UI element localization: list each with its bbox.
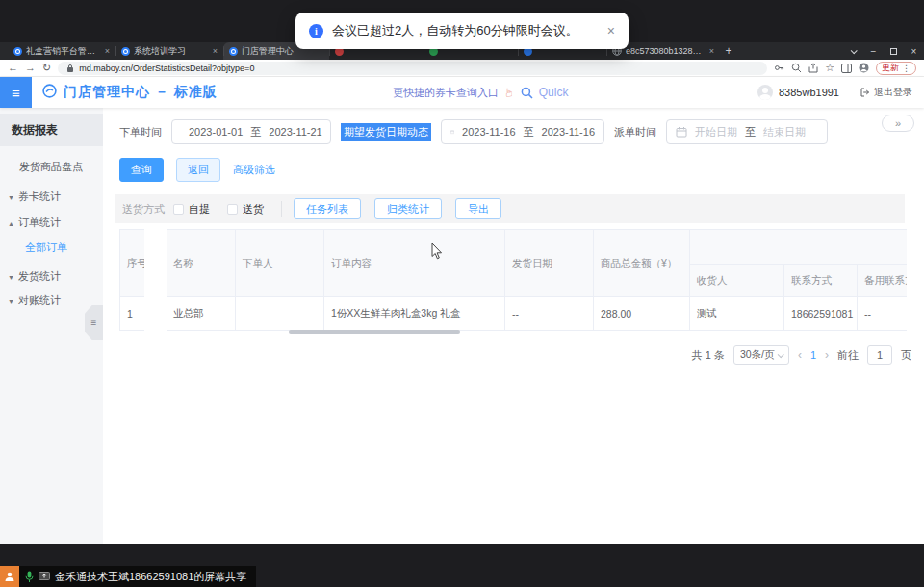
cell-buyer [236, 297, 324, 331]
window-minimize-button[interactable]: − [863, 42, 884, 60]
app-main: 数据报表 发货商品盘点 ▼券卡统计 ▲订单统计 全部订单 ▼发货统计 ▼对账统计… [0, 108, 924, 544]
bookmark-star-icon[interactable]: ☆ [825, 63, 834, 73]
page-size-select[interactable]: 30条/页 [733, 345, 789, 365]
profile-avatar-icon[interactable] [859, 63, 869, 73]
app-title: 门店管理中心 － 标准版 [64, 84, 218, 101]
share-icon[interactable] [808, 63, 818, 73]
screen-share-icon [38, 572, 50, 581]
cell-name: 业总部 [167, 297, 236, 331]
tab-title: e8c573080b1328a258fd2e618 [626, 46, 704, 56]
delivery-method-label: 送货方式 [122, 202, 165, 217]
meeting-toast: i 会议已超过2人，自动转为60分钟限时会议。 × [295, 13, 629, 49]
export-button[interactable]: 导出 [455, 198, 501, 219]
col-header-receiver: 收货人 [690, 265, 784, 297]
range-start: 2023-11-16 [462, 126, 515, 138]
zoom-icon[interactable] [791, 63, 802, 73]
back-button-page[interactable]: 返回 [176, 158, 220, 182]
forward-button[interactable]: → [25, 63, 36, 73]
next-page-button[interactable]: › [825, 348, 829, 362]
expected-ship-date-range-input[interactable]: 2023-11-16 至 2023-11-16 [441, 119, 604, 144]
col-header-order-content: 订单内容 [324, 230, 505, 297]
overlay-patch [144, 229, 167, 331]
quick-label[interactable]: Quick [539, 86, 569, 99]
site-favicon [121, 47, 130, 56]
cell-ship-date: -- [505, 297, 594, 331]
sidebar-item-order-stats[interactable]: ▲订单统计 [0, 213, 103, 232]
caret-down-icon: ▼ [8, 189, 18, 208]
col-header-group [690, 230, 908, 265]
pickup-label[interactable]: 自提 [189, 202, 210, 217]
sidebar-item-shipment-inventory[interactable]: 发货商品盘点 [0, 157, 103, 176]
address-bar[interactable]: md.maboy.cn/OrderStatisticsDetail?objtyp… [58, 62, 767, 75]
delivery-checkbox[interactable] [227, 204, 238, 215]
delivery-label[interactable]: 送货 [243, 202, 264, 217]
tab-close-icon[interactable]: × [213, 46, 218, 56]
quick-entry-link[interactable]: 更快捷的券卡查询入口 [393, 86, 499, 100]
col-header-backup-contact: 备用联系方式 [858, 265, 908, 297]
sidebar-section-reports[interactable]: 数据报表 [0, 114, 103, 146]
category-stats-button[interactable]: 归类统计 [374, 198, 442, 219]
sidebar-collapse-handle[interactable]: ≡ [85, 305, 103, 340]
url-text: md.maboy.cn/OrderStatisticsDetail?objtyp… [79, 64, 254, 73]
expand-filters-button[interactable]: » [882, 115, 914, 132]
window-close-button[interactable]: × [904, 42, 924, 60]
col-header-contact: 联系方式 [784, 265, 858, 297]
caret-up-icon: ▲ [8, 215, 18, 234]
quick-search-icon[interactable] [521, 87, 533, 99]
back-button[interactable]: ← [8, 63, 18, 73]
hamburger-menu-button[interactable]: ≡ [0, 77, 32, 108]
order-date-range-input[interactable]: 2023-01-01 至 2023-11-21 [171, 119, 331, 144]
logout-button[interactable]: 退出登录 [860, 86, 912, 99]
toast-close-icon[interactable]: × [607, 23, 615, 38]
delivery-toolbar: 送货方式 自提 送货 任务列表 归类统计 导出 [116, 194, 905, 223]
current-page[interactable]: 1 [810, 349, 816, 361]
sidebar-item-shipping-stats[interactable]: ▼发货统计 [0, 267, 103, 286]
horizontal-scrollbar[interactable] [289, 330, 460, 334]
reload-button[interactable]: ↻ [42, 63, 51, 73]
browser-tab-1[interactable]: 礼盒营销平台管理中心 × [8, 42, 116, 60]
quick-entry-area: 更快捷的券卡查询入口 ☞ Quick [393, 77, 568, 108]
selected-text-expected-ship-date: 期望发货日期动态 [341, 123, 431, 141]
col-header-buyer: 下单人 [236, 230, 324, 297]
range-end: 2023-11-16 [542, 126, 595, 138]
sidebar-item-all-orders-active[interactable]: 全部订单 [0, 238, 103, 257]
cell-receiver: 测试 [690, 297, 784, 331]
pickup-checkbox[interactable] [173, 204, 184, 215]
advanced-filter-link[interactable]: 高级筛选 [233, 163, 275, 177]
goto-page-input[interactable] [867, 345, 892, 365]
window-maximize-button[interactable] [884, 42, 904, 60]
sidebar-item-reconciliation-stats[interactable]: ▼对账统计 [0, 291, 103, 310]
order-time-label: 下单时间 [119, 125, 162, 140]
task-list-button[interactable]: 任务列表 [294, 198, 361, 219]
col-header-ship-date: 发货日期 [505, 230, 594, 297]
user-avatar[interactable] [757, 85, 773, 100]
user-area: 8385wb1991 退出登录 [757, 77, 912, 108]
pagination: 共 1 条 30条/页 ‹ 1 › 前往 页 [692, 345, 911, 366]
cell-amount: 288.00 [594, 297, 690, 331]
chrome-update-button[interactable]: 更新 ⋮ [876, 62, 916, 75]
screen-share-bar[interactable]: 金禾通技术王斌18662591081的屏幕共享 [0, 566, 256, 587]
col-header-amount: 商品总金额（¥） [594, 230, 690, 297]
sidebar-item-coupon-stats[interactable]: ▼券卡统计 [0, 187, 103, 206]
new-tab-button[interactable]: + [720, 42, 737, 60]
sidebar: 数据报表 发货商品盘点 ▼券卡统计 ▲订单统计 全部订单 ▼发货统计 ▼对账统计… [0, 108, 103, 544]
dispatch-date-range-input[interactable]: 开始日期 至 结束日期 [666, 119, 828, 144]
page-suffix-label: 页 [901, 348, 911, 363]
desktop: 礼盒营销平台管理中心 × 系统培训学习 × 门店管理中心 e8c573080b1… [0, 0, 924, 587]
browser-dropdown-chevron-icon[interactable] [843, 42, 863, 60]
caret-down-icon: ▼ [8, 268, 18, 288]
cell-backup-contact: -- [858, 297, 908, 331]
start-date-placeholder: 开始日期 [695, 125, 737, 140]
tab-close-icon[interactable]: × [105, 46, 110, 56]
caret-down-icon: ▼ [8, 293, 18, 312]
share-avatar [0, 566, 19, 587]
browser-menu-icon[interactable]: ⋮ [902, 64, 911, 73]
table-row[interactable]: 1 业总部 1份XX生鲜羊肉礼盒3kg 礼盒 -- 288.00 测试 1866… [120, 297, 908, 331]
prev-page-button[interactable]: ‹ [798, 348, 802, 362]
password-key-icon[interactable] [774, 63, 784, 73]
side-panel-icon[interactable] [841, 64, 852, 73]
browser-tab-2[interactable]: 系统培训学习 × [116, 42, 223, 60]
query-button[interactable]: 查询 [119, 158, 164, 182]
logout-icon [860, 88, 870, 97]
tab-close-icon[interactable]: × [709, 46, 714, 56]
